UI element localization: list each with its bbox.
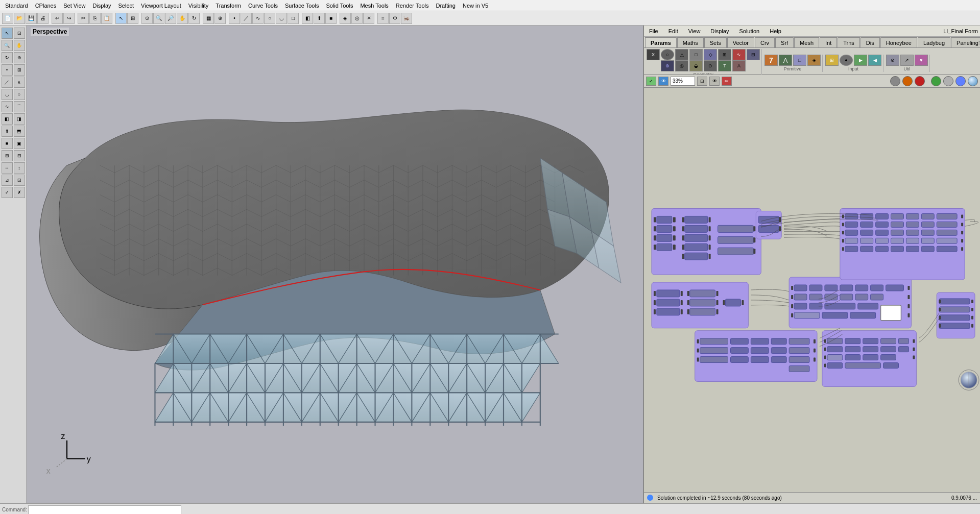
gh-tab-ladybug[interactable]: Ladybug (918, 37, 950, 47)
menu-select[interactable]: Select (115, 2, 137, 10)
gh-btn-fit[interactable]: ⊡ (697, 77, 707, 86)
gh-icon-prim3[interactable]: □ (793, 55, 806, 66)
tool-select-region[interactable]: ⊡ (14, 28, 25, 39)
tool-transform1[interactable]: ⊿ (2, 175, 13, 186)
tb-grasshopper[interactable]: 🦗 (401, 13, 412, 24)
gh-menu-edit[interactable]: Edit (665, 27, 681, 35)
tb-zoom-in[interactable]: 🔍 (153, 13, 164, 24)
tool-line[interactable]: ／ (2, 77, 13, 88)
gh-icon-util3[interactable]: ♥ (915, 55, 928, 66)
viewport[interactable]: Perspective (27, 26, 643, 503)
gh-icon-input4[interactable]: ◀ (868, 55, 881, 66)
tb-properties[interactable]: ⚙ (389, 13, 400, 24)
gh-btn-eye[interactable]: 👁 (709, 77, 720, 86)
tool-extrude[interactable]: ⬆ (2, 126, 13, 137)
gh-tab-int[interactable]: Int (820, 37, 837, 47)
tb-save[interactable]: 💾 (26, 13, 37, 24)
tool-loft[interactable]: ⬒ (14, 126, 25, 137)
tool-interp[interactable]: ⌒ (14, 101, 25, 112)
gh-icon-geom5[interactable]: ◇ (704, 49, 717, 60)
tb-open[interactable]: 📂 (14, 13, 25, 24)
gh-icon-input3[interactable]: ▶ (854, 55, 867, 66)
gh-canvas[interactable] (644, 88, 980, 492)
tb-curve[interactable]: ∿ (252, 13, 264, 24)
menu-setview[interactable]: Set View (60, 2, 88, 10)
menu-curve-tools[interactable]: Curve Tools (245, 2, 281, 10)
tool-mesh1[interactable]: ⊞ (2, 150, 13, 161)
tb-print[interactable]: 🖨 (37, 13, 49, 24)
tb-pan[interactable]: ✋ (177, 13, 188, 24)
tool-zoom-win[interactable]: ⊕ (14, 52, 25, 63)
tb-zoom-out[interactable]: 🔎 (165, 13, 176, 24)
gh-tab-vector[interactable]: Vector (727, 37, 754, 47)
gh-icon-geom13[interactable]: T (718, 60, 731, 71)
menu-viewport-layout[interactable]: Viewport Layout (138, 2, 184, 10)
tb-material[interactable]: ◎ (351, 13, 363, 24)
tool-pan-view[interactable]: ✋ (14, 40, 25, 51)
gh-icon-prim2[interactable]: A (779, 55, 792, 66)
gh-color-green[interactable] (931, 76, 941, 86)
tool-select-obj[interactable]: ↖ (2, 28, 13, 39)
tool-rotate[interactable]: ↻ (2, 52, 13, 63)
tb-arc[interactable]: ◡ (276, 13, 287, 24)
gh-color-orange[interactable] (902, 76, 913, 86)
menu-render-tools[interactable]: Render Tools (393, 2, 432, 10)
gh-color-sphere[interactable] (968, 76, 978, 86)
tool-snap2[interactable]: ✗ (14, 187, 25, 198)
tb-copy[interactable]: ⎘ (89, 13, 101, 24)
gh-tab-mesh[interactable]: Mesh (794, 37, 819, 47)
tool-surface2[interactable]: ◨ (14, 113, 25, 125)
tool-point2[interactable]: ⊞ (14, 64, 25, 76)
tb-light[interactable]: ☀ (363, 13, 374, 24)
menu-drafting[interactable]: Drafting (433, 2, 459, 10)
gh-icon-geom8[interactable]: ⊟ (747, 49, 760, 60)
gh-icon-geom12[interactable]: ⊙ (704, 60, 717, 71)
command-input[interactable] (28, 505, 181, 514)
tool-circle[interactable]: ○ (14, 89, 25, 100)
tb-snap[interactable]: ⊕ (214, 13, 226, 24)
tool-solid2[interactable]: ▣ (14, 138, 25, 149)
tool-dim2[interactable]: ↕ (14, 162, 25, 174)
tb-extrude[interactable]: ⬆ (314, 13, 325, 24)
gh-icon-geom10[interactable]: ◎ (675, 60, 688, 71)
gh-tab-honeybee[interactable]: Honeybee (880, 37, 917, 47)
gh-menu-solution[interactable]: Solution (736, 27, 762, 35)
gh-icon-geom7[interactable]: ∿ (732, 49, 746, 60)
gh-menu-display[interactable]: Display (707, 27, 732, 35)
gh-icon-util1[interactable]: ⊘ (886, 55, 899, 66)
menu-transform[interactable]: Transform (212, 2, 244, 10)
tb-select-all[interactable]: ⊞ (127, 13, 138, 24)
tool-polyline[interactable]: ∧ (14, 77, 25, 88)
gh-btn-preview[interactable]: 👁 (658, 77, 668, 86)
tool-mesh2[interactable]: ⊟ (14, 150, 25, 161)
tb-grid[interactable]: ▦ (203, 13, 214, 24)
menu-solid-tools[interactable]: Solid Tools (323, 2, 356, 10)
gh-icon-prim4[interactable]: ◈ (807, 55, 821, 66)
gh-tab-params[interactable]: Params (645, 37, 677, 47)
tb-rect[interactable]: □ (288, 13, 299, 24)
gh-tab-panelingtools[interactable]: PanelingTools (951, 37, 980, 47)
gh-btn-enable[interactable]: ✓ (646, 77, 656, 86)
gh-color-blue[interactable] (955, 76, 966, 86)
tb-layer[interactable]: ≡ (377, 13, 389, 24)
menu-surface-tools[interactable]: Surface Tools (282, 2, 322, 10)
tb-undo[interactable]: ↩ (52, 13, 63, 24)
tb-render[interactable]: ◈ (340, 13, 351, 24)
gh-menu-help[interactable]: Help (767, 27, 784, 35)
gh-zoom-display[interactable]: 33% (671, 77, 695, 86)
gh-tab-trns[interactable]: Trns (838, 37, 860, 47)
tool-freeform[interactable]: ∿ (2, 101, 13, 112)
gh-icon-input2[interactable]: ● (840, 55, 853, 66)
gh-menu-view[interactable]: View (685, 27, 704, 35)
tool-point[interactable]: • (2, 64, 13, 76)
gh-icon-geom11[interactable]: ◒ (689, 60, 703, 71)
tool-zoom[interactable]: 🔍 (2, 40, 13, 51)
menu-display[interactable]: Display (89, 2, 114, 10)
gh-tab-maths[interactable]: Maths (677, 37, 704, 47)
tb-redo[interactable]: ↪ (63, 13, 75, 24)
tb-line[interactable]: ／ (241, 13, 252, 24)
gh-icon-geom2[interactable]: ○ (661, 49, 674, 60)
gh-icon-util2[interactable]: ↗ (900, 55, 914, 66)
tb-point[interactable]: • (229, 13, 240, 24)
gh-tab-crv[interactable]: Crv (755, 37, 775, 47)
